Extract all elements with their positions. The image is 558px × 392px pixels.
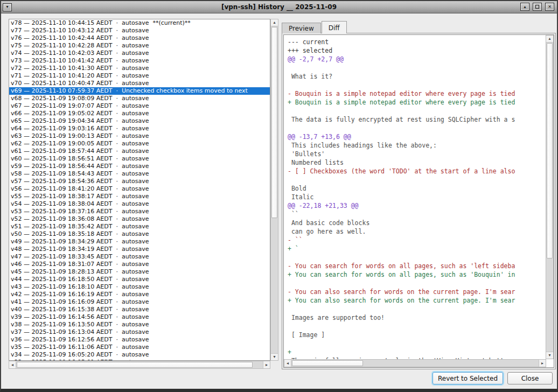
diff-line: + You can search for words on all pages,… [288, 270, 546, 279]
version-row[interactable]: v67 — 2025-11-09 19:07:07 AEDT · autosav… [9, 102, 270, 110]
version-row[interactable]: v46 — 2025-11-09 18:31:07 AEDT · autosav… [9, 261, 270, 268]
version-row[interactable]: v52 — 2025-11-09 18:36:08 AEDT · autosav… [9, 215, 270, 223]
version-row[interactable]: v62 — 2025-11-09 19:00:05 AEDT · autosav… [9, 140, 270, 148]
version-row[interactable]: v43 — 2025-11-09 16:18:10 AEDT · autosav… [9, 283, 270, 291]
revert-to-selected-button[interactable]: Revert to Selected [433, 372, 503, 384]
maximize-icon [535, 5, 539, 9]
scroll-down-arrow-icon[interactable]: ▾ [546, 352, 553, 359]
version-row[interactable]: v73 — 2025-11-10 10:41:42 AEDT · autosav… [9, 57, 270, 65]
version-row[interactable]: v41 — 2025-11-09 16:16:09 AEDT · autosav… [9, 298, 270, 306]
diff-line: @@ -13,7 +13,6 @@ [288, 132, 546, 141]
diff-line [288, 322, 546, 331]
diff-line: Italic [288, 193, 546, 201]
version-list-horizontal-scrollbar[interactable]: ◂ ▸ [9, 361, 270, 369]
version-row[interactable]: v37 — 2025-11-09 16:13:04 AEDT · autosav… [9, 328, 270, 336]
version-row[interactable]: v64 — 2025-11-09 19:03:16 AEDT · autosav… [9, 125, 270, 132]
version-row[interactable]: v78 — 2025-11-10 10:44:15 AEDT · autosav… [9, 19, 270, 27]
diff-vertical-scrollbar[interactable]: ▴ ▾ [546, 35, 554, 359]
version-row[interactable]: v72 — 2025-11-10 10:41:30 AEDT · autosav… [9, 65, 270, 72]
version-row[interactable]: v42 — 2025-11-09 16:16:19 AEDT · autosav… [9, 291, 270, 298]
diff-line: What is it? [288, 72, 546, 81]
scrollbar-thumb[interactable] [547, 43, 553, 258]
diff-line: - You can also search for words on the c… [288, 288, 546, 296]
maximize-button[interactable] [533, 3, 542, 11]
version-list[interactable]: v78 — 2025-11-10 10:44:15 AEDT · autosav… [9, 19, 270, 361]
diff-line: Bold [288, 184, 546, 193]
scroll-left-arrow-icon[interactable]: ◂ [9, 361, 16, 368]
version-row[interactable]: v51 — 2025-11-09 18:35:42 AEDT · autosav… [9, 223, 270, 230]
diff-line: - You can search for words on all pages,… [288, 262, 546, 270]
version-row[interactable]: v76 — 2025-11-10 10:42:44 AEDT · autosav… [9, 34, 270, 42]
version-row[interactable]: v49 — 2025-11-09 18:34:29 AEDT · autosav… [9, 238, 270, 246]
diff-line: - Bouquin is a simple notepad editor whe… [288, 89, 546, 98]
diff-line: + [288, 348, 546, 356]
version-row[interactable]: v48 — 2025-11-09 18:34:19 AEDT · autosav… [9, 246, 270, 253]
version-row[interactable]: v74 — 2025-11-10 10:42:03 AEDT · autosav… [9, 50, 270, 57]
scroll-right-arrow-icon[interactable]: ▸ [263, 361, 270, 368]
version-row[interactable]: v66 — 2025-11-09 19:05:02 AEDT · autosav… [9, 110, 270, 117]
version-row[interactable]: v35 — 2025-11-09 16:11:06 AEDT · autosav… [9, 344, 270, 351]
close-button[interactable]: Close [507, 372, 553, 384]
diff-line: @@ -22,18 +21,33 @@ [288, 201, 546, 210]
scrollbar-thumb[interactable] [17, 362, 253, 368]
titlebar: ▾ [vpn-ssh] History __ 2025-11-09 ▴ ✕ [1, 1, 557, 13]
diff-view: --- current+++ selected@@ -2,7 +2,7 @@ W… [283, 34, 554, 368]
scroll-up-arrow-icon[interactable]: ▴ [546, 36, 553, 43]
shade-icon: ▴ [524, 5, 526, 9]
version-row[interactable]: v61 — 2025-11-09 18:57:44 AEDT · autosav… [9, 148, 270, 155]
version-row[interactable]: v53 — 2025-11-09 18:37:16 AEDT · autosav… [9, 208, 270, 215]
version-row[interactable]: v56 — 2025-11-09 18:41:20 AEDT · autosav… [9, 185, 270, 193]
version-row[interactable]: v47 — 2025-11-09 18:33:45 AEDT · autosav… [9, 253, 270, 261]
close-window-button[interactable]: ✕ [545, 3, 554, 11]
version-row[interactable]: v65 — 2025-11-09 19:04:34 AEDT · autosav… [9, 117, 270, 125]
version-row[interactable]: v36 — 2025-11-09 16:12:56 AEDT · autosav… [9, 336, 270, 344]
version-row[interactable]: v38 — 2025-11-09 16:13:50 AEDT · autosav… [9, 321, 270, 328]
version-row[interactable]: v75 — 2025-11-10 10:42:28 AEDT · autosav… [9, 42, 270, 50]
version-row[interactable]: v57 — 2025-11-09 18:54:36 AEDT · autosav… [9, 178, 270, 185]
diff-line: + Bouquin is a simple notepad editor whe… [288, 98, 546, 107]
diff-line [288, 176, 546, 184]
version-row[interactable]: v59 — 2025-11-09 18:56:44 AEDT · autosav… [9, 163, 270, 170]
tab-bar: Preview Diff [282, 21, 347, 33]
diff-line: - [ ] Checkboxes (the word 'TODO' at the… [288, 167, 546, 176]
diff-line: [ Image ] [288, 331, 546, 339]
scrollbar-thumb[interactable] [271, 27, 277, 218]
shade-button[interactable]: ▴ [520, 3, 529, 11]
version-row[interactable]: v63 — 2025-11-09 19:00:13 AEDT · autosav… [9, 132, 270, 140]
diff-line [288, 253, 546, 262]
version-row[interactable]: v70 — 2025-11-10 10:40:47 AEDT · autosav… [9, 80, 270, 87]
scroll-right-arrow-icon[interactable]: ▸ [539, 360, 546, 367]
version-row[interactable]: v69 — 2025-11-10 07:59:37 AEDT · Uncheck… [9, 87, 270, 95]
diff-horizontal-scrollbar[interactable]: ◂ ▸ [284, 359, 546, 367]
version-list-pane: v78 — 2025-11-10 10:44:15 AEDT · autosav… [9, 19, 278, 369]
version-row[interactable]: v54 — 2025-11-09 18:38:04 AEDT · autosav… [9, 200, 270, 208]
diff-line: - `` [288, 236, 546, 244]
scroll-up-arrow-icon[interactable]: ▴ [271, 19, 278, 26]
version-row[interactable]: v77 — 2025-11-10 10:43:12 AEDT · autosav… [9, 27, 270, 34]
version-row[interactable]: v55 — 2025-11-09 18:38:17 AEDT · autosav… [9, 193, 270, 200]
scroll-down-arrow-icon[interactable]: ▾ [271, 353, 278, 360]
diff-pane: --- current+++ selected@@ -2,7 +2,7 @@ W… [282, 33, 556, 369]
version-row[interactable]: v45 — 2025-11-09 18:28:13 AEDT · autosav… [9, 268, 270, 276]
diff-line [288, 339, 546, 348]
diff-line: This includes headings like the above,: [288, 141, 546, 150]
tab-diff[interactable]: Diff [322, 21, 347, 33]
version-row[interactable]: v44 — 2025-11-09 16:18:50 AEDT · autosav… [9, 276, 270, 283]
version-row[interactable]: v68 — 2025-11-09 19:08:09 AEDT · autosav… [9, 95, 270, 102]
version-row[interactable]: v50 — 2025-11-09 18:35:18 AEDT · autosav… [9, 230, 270, 238]
version-row[interactable]: v40 — 2025-11-09 16:15:38 AEDT · autosav… [9, 306, 270, 313]
diff-line: And basic code blocks [288, 219, 546, 227]
version-row[interactable]: v58 — 2025-11-09 18:54:43 AEDT · autosav… [9, 170, 270, 178]
scrollbar-thumb[interactable] [292, 360, 363, 366]
version-row[interactable]: v39 — 2025-11-09 16:14:56 AEDT · autosav… [9, 313, 270, 321]
history-window: ▾ [vpn-ssh] History __ 2025-11-09 ▴ ✕ v7… [0, 0, 558, 392]
diff-line: + You can also search for words on the c… [288, 296, 546, 305]
diff-line: +++ selected [288, 46, 546, 55]
version-row[interactable]: v34 — 2025-11-09 16:05:20 AEDT · autosav… [9, 351, 270, 359]
version-row[interactable]: v71 — 2025-11-10 10:41:20 AEDT · autosav… [9, 72, 270, 80]
diff-line: --- current [288, 38, 546, 46]
tab-preview[interactable]: Preview [282, 23, 321, 33]
version-row[interactable]: v60 — 2025-11-09 18:56:51 AEDT · autosav… [9, 155, 270, 163]
version-list-vertical-scrollbar[interactable]: ▴ ▾ [270, 19, 278, 361]
scroll-left-arrow-icon[interactable]: ◂ [284, 360, 291, 367]
